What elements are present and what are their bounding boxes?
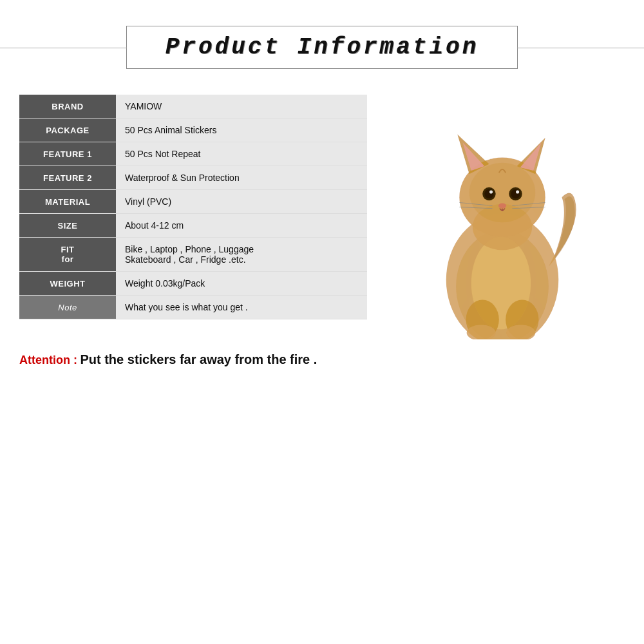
table-section: BRANDYAMIOWPACKAGE50 Pcs Animal Stickers… bbox=[19, 95, 367, 339]
table-label-3: FEATURE 2 bbox=[19, 166, 116, 190]
page-container: Product Information BRANDYAMIOWPACKAGE50… bbox=[0, 0, 644, 644]
page-title: Product Information bbox=[166, 34, 478, 61]
table-label-7: WEIGHT bbox=[19, 272, 116, 296]
table-label-6: FITfor bbox=[19, 238, 116, 272]
table-label-2: FEATURE 1 bbox=[19, 142, 116, 166]
table-value-7: Weight 0.03kg/Pack bbox=[116, 272, 367, 296]
attention-message: Put the stickers far away from the fire … bbox=[80, 352, 317, 366]
table-row: FEATURE 150 Pcs Not Repeat bbox=[19, 142, 367, 166]
attention-label: Attention : bbox=[19, 354, 77, 366]
svg-point-15 bbox=[516, 190, 519, 193]
svg-point-11 bbox=[484, 189, 493, 198]
table-value-8: What you see is what you get . bbox=[116, 296, 367, 319]
table-row: WEIGHTWeight 0.03kg/Pack bbox=[19, 272, 367, 296]
table-value-2: 50 Pcs Not Repeat bbox=[116, 142, 367, 166]
title-box: Product Information bbox=[126, 26, 518, 69]
table-label-1: PACKAGE bbox=[19, 118, 116, 142]
table-value-5: About 4-12 cm bbox=[116, 214, 367, 238]
table-value-4: Vinyl (PVC) bbox=[116, 190, 367, 214]
table-row: FEATURE 2Waterproof & Sun Protection bbox=[19, 166, 367, 190]
attention-section: Attention : Put the stickers far away fr… bbox=[0, 339, 644, 367]
table-label-4: MATERIAL bbox=[19, 190, 116, 214]
table-value-0: YAMIOW bbox=[116, 95, 367, 118]
table-value-3: Waterproof & Sun Protection bbox=[116, 166, 367, 190]
table-label-0: BRAND bbox=[19, 95, 116, 118]
svg-point-16 bbox=[498, 203, 506, 208]
table-value-1: 50 Pcs Animal Stickers bbox=[116, 118, 367, 142]
title-line-left bbox=[0, 48, 127, 48]
title-section: Product Information bbox=[0, 0, 644, 69]
cat-image bbox=[399, 95, 605, 339]
table-row: PACKAGE50 Pcs Animal Stickers bbox=[19, 118, 367, 142]
table-label-8: Note bbox=[19, 296, 116, 319]
content-area: BRANDYAMIOWPACKAGE50 Pcs Animal Stickers… bbox=[0, 88, 644, 339]
svg-point-9 bbox=[469, 163, 536, 222]
cat-section bbox=[380, 95, 625, 339]
table-row: SIZEAbout 4-12 cm bbox=[19, 214, 367, 238]
table-row: MATERIALVinyl (PVC) bbox=[19, 190, 367, 214]
svg-point-12 bbox=[489, 190, 493, 193]
table-value-6: Bike , Laptop , Phone , LuggageSkateboar… bbox=[116, 238, 367, 272]
table-label-5: SIZE bbox=[19, 214, 116, 238]
svg-point-14 bbox=[511, 189, 520, 198]
table-row: FITforBike , Laptop , Phone , LuggageSka… bbox=[19, 238, 367, 272]
table-row: NoteWhat you see is what you get . bbox=[19, 296, 367, 319]
table-row: BRANDYAMIOW bbox=[19, 95, 367, 118]
title-line-right bbox=[517, 48, 644, 48]
cat-illustration bbox=[399, 95, 605, 339]
info-table: BRANDYAMIOWPACKAGE50 Pcs Animal Stickers… bbox=[19, 95, 367, 319]
